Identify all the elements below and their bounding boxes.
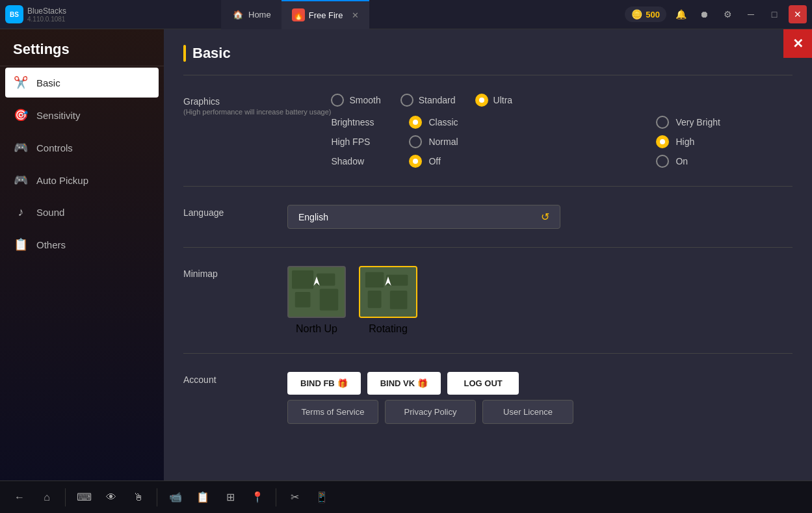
bind-fb-label: BIND FB <box>300 378 335 388</box>
graphics-standard-option[interactable]: Standard <box>400 94 456 107</box>
bind-vk-emoji: 🎁 <box>417 378 428 388</box>
log-out-label: LOG OUT <box>464 378 503 388</box>
fps-normal-radio[interactable] <box>409 135 422 148</box>
brightness-label: Brightness <box>331 117 409 127</box>
sidebar-content: Settings ✂️ Basic 🎯 Sensitivity 🎮 Contro… <box>0 29 164 480</box>
log-out-button[interactable]: LOG OUT <box>447 372 519 395</box>
taskbar-scissors-btn[interactable]: ✂ <box>283 486 306 509</box>
taskbar-multiinstance-btn[interactable]: ⊞ <box>218 486 242 509</box>
sound-icon: ♪ <box>13 205 29 219</box>
section-bar <box>183 45 186 62</box>
close-btn-titlebar[interactable]: ✕ <box>789 5 807 23</box>
minimap-options: North Up Rotating <box>287 266 417 335</box>
taskbar-sep-2 <box>157 488 157 506</box>
main-layout: Settings ✂️ Basic 🎯 Sensitivity 🎮 Contro… <box>0 29 812 480</box>
maximize-btn[interactable]: □ <box>765 5 783 23</box>
minimap-rotating[interactable]: Rotating <box>359 266 417 335</box>
minimap-rotating-svg <box>360 267 416 317</box>
bluestacks-logo: BS <box>5 5 23 23</box>
content-close-btn[interactable]: ✕ <box>783 29 812 58</box>
sidebar-item-others[interactable]: 📋 Others <box>0 228 164 261</box>
brightness-verybright-radio[interactable] <box>656 116 669 129</box>
taskbar-back-btn[interactable]: ← <box>8 486 31 509</box>
bind-fb-emoji: 🎁 <box>337 378 348 388</box>
sidebar-item-basic[interactable]: ✂️ Basic <box>5 68 159 98</box>
minimap-north-up[interactable]: North Up <box>287 266 346 335</box>
tab-home-label: Home <box>248 10 271 20</box>
graphics-ultra-radio[interactable] <box>475 94 488 107</box>
graphics-ultra-option[interactable]: Ultra <box>475 94 513 107</box>
graphics-standard-radio[interactable] <box>400 94 413 107</box>
tab-free-fire[interactable]: 🔥 Free Fire ✕ <box>282 0 370 29</box>
svg-rect-1 <box>292 270 313 289</box>
terms-of-service-label: Terms of Service <box>302 407 365 417</box>
notification-btn[interactable]: 🔔 <box>672 5 690 23</box>
settings-btn[interactable]: ⚙ <box>718 5 737 23</box>
svg-rect-3 <box>295 292 311 308</box>
taskbar-sep-1 <box>65 488 66 506</box>
language-row: Language English ↺ <box>183 198 792 235</box>
tab-home[interactable]: 🏠 Home <box>221 0 282 29</box>
brightness-classic-radio[interactable] <box>409 116 422 129</box>
graphics-sublabel: (High performance will increase battery … <box>183 108 331 116</box>
minimap-north-label: North Up <box>296 323 337 335</box>
taskbar: ← ⌂ ⌨ 👁 🖱 📹 📋 ⊞ 📍 ✂ 📱 <box>0 480 812 513</box>
graphics-options-container: Smooth Standard Ultra Brightness <box>331 94 792 168</box>
shadow-off-radio[interactable] <box>409 155 422 168</box>
language-value: English <box>298 212 328 222</box>
title-bar-left: BS BlueStacks 4.110.0.1081 <box>0 5 221 23</box>
taskbar-home-btn[interactable]: ⌂ <box>35 486 59 509</box>
graphics-ultra-label: Ultra <box>493 95 513 105</box>
taskbar-eye-btn[interactable]: 👁 <box>99 486 123 509</box>
privacy-policy-button[interactable]: Privacy Policy <box>385 400 476 424</box>
taskbar-phone-btn[interactable]: 📱 <box>310 486 334 509</box>
terms-of-service-button[interactable]: Terms of Service <box>287 400 378 424</box>
minimap-rotating-thumb <box>359 266 417 318</box>
brightness-verybright-label: Very Bright <box>675 117 760 127</box>
sidebar-item-auto-pickup[interactable]: 🎮 Auto Pickup <box>0 164 164 196</box>
home-tab-icon: 🏠 <box>231 8 244 21</box>
sidebar-title: Settings <box>0 29 164 66</box>
sidebar-controls-label: Controls <box>36 142 73 153</box>
app-version: 4.110.0.1081 <box>27 16 66 23</box>
taskbar-mouse-btn[interactable]: 🖱 <box>127 486 150 509</box>
app-name: BlueStacks <box>27 7 66 16</box>
user-licence-button[interactable]: User Licence <box>482 400 573 424</box>
tab-close-icon[interactable]: ✕ <box>352 10 359 20</box>
minimap-rotating-label: Rotating <box>369 323 408 335</box>
minimize-btn[interactable]: ─ <box>742 5 760 23</box>
others-icon: 📋 <box>13 237 29 252</box>
graphics-standard-label: Standard <box>419 95 456 105</box>
sidebar-item-sound[interactable]: ♪ Sound <box>0 196 164 228</box>
tab-game-label: Free Fire <box>309 10 343 20</box>
sidebar-item-controls[interactable]: 🎮 Controls <box>0 131 164 164</box>
controls-icon: 🎮 <box>13 140 29 155</box>
sidebar-sound-label: Sound <box>36 207 64 218</box>
bind-vk-label: BIND VK <box>380 378 415 388</box>
taskbar-keyboard-btn[interactable]: ⌨ <box>72 486 96 509</box>
graphics-main-options: Smooth Standard Ultra <box>331 94 792 107</box>
divider-4 <box>183 353 792 354</box>
bind-fb-button[interactable]: BIND FB 🎁 <box>287 372 361 395</box>
content-area: ✕ Basic Graphics (High performance will … <box>164 29 812 480</box>
record-btn[interactable]: ⏺ <box>695 5 713 23</box>
divider-2 <box>183 186 792 187</box>
graphics-label: Graphics (High performance will increase… <box>183 94 331 116</box>
section-title: Basic <box>183 45 792 62</box>
taskbar-record-btn[interactable]: 📹 <box>164 486 187 509</box>
shadow-on-radio[interactable] <box>656 155 669 168</box>
fps-label: High FPS <box>331 137 409 147</box>
minimap-north-svg <box>289 267 345 317</box>
sidebar-item-sensitivity[interactable]: 🎯 Sensitivity <box>0 99 164 131</box>
terms-buttons: Terms of Service Privacy Policy User Lic… <box>287 400 573 424</box>
graphics-smooth-radio[interactable] <box>331 94 344 107</box>
taskbar-screenshot-btn[interactable]: 📋 <box>191 486 215 509</box>
bind-vk-button[interactable]: BIND VK 🎁 <box>367 372 441 395</box>
language-select[interactable]: English ↺ <box>287 205 560 229</box>
fps-high-radio[interactable] <box>656 135 669 148</box>
graphics-smooth-label: Smooth <box>349 95 380 105</box>
fps-normal-label: Normal <box>428 137 526 147</box>
divider-1 <box>183 75 792 75</box>
taskbar-location-btn[interactable]: 📍 <box>246 486 269 509</box>
graphics-smooth-option[interactable]: Smooth <box>331 94 380 107</box>
